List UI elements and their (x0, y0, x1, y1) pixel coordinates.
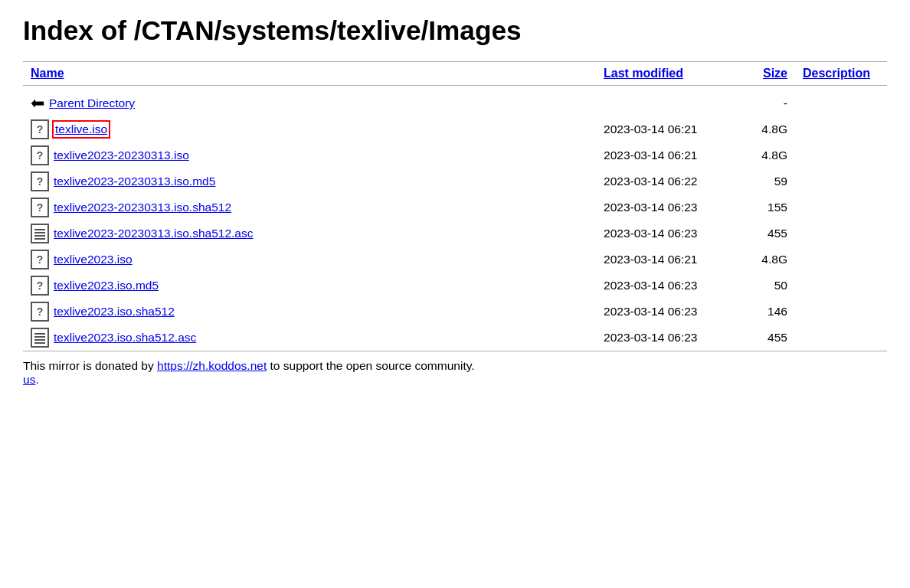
description-cell (795, 168, 887, 194)
table-row: ?texlive.iso2023-03-14 06:214.8G (23, 116, 887, 142)
back-icon: ⬅ (31, 93, 44, 113)
size-cell: 4.8G (749, 142, 795, 168)
name-cell: ?texlive2023-20230313.iso (23, 142, 596, 168)
footer-link2[interactable]: us (23, 373, 35, 386)
size-cell: 59 (749, 168, 795, 194)
modified-cell: 2023-03-14 06:21 (596, 142, 749, 168)
col-header-modified: Last modified (596, 62, 749, 86)
file-link[interactable]: texlive2023-20230313.iso.sha512.asc (54, 227, 254, 240)
size-cell: - (749, 86, 795, 117)
unknown-file-icon: ? (31, 250, 49, 270)
modified-cell: 2023-03-14 06:21 (596, 116, 749, 142)
name-cell: ?texlive.iso (23, 116, 596, 142)
file-link[interactable]: texlive2023.iso.md5 (54, 279, 159, 292)
col-header-description-link[interactable]: Description (803, 67, 870, 80)
description-cell (795, 194, 887, 220)
col-header-name-link[interactable]: Name (31, 67, 64, 80)
table-row: ?texlive2023.iso2023-03-14 06:214.8G (23, 247, 887, 273)
name-cell: texlive2023-20230313.iso.sha512.asc (23, 220, 596, 247)
table-row: ?texlive2023.iso.sha5122023-03-14 06:231… (23, 299, 887, 325)
description-cell (795, 142, 887, 168)
file-link[interactable]: texlive2023-20230313.iso (54, 149, 189, 162)
file-link[interactable]: texlive2023.iso.sha512.asc (54, 331, 196, 345)
table-header: Name Last modified Size Description (23, 62, 887, 86)
table-row: ?texlive2023-20230313.iso.md52023-03-14 … (23, 168, 887, 194)
col-header-description: Description (795, 62, 887, 86)
description-cell (795, 116, 887, 142)
unknown-file-icon: ? (31, 276, 49, 296)
table-row: ?texlive2023.iso.md52023-03-14 06:2350 (23, 273, 887, 299)
description-cell (795, 86, 887, 117)
size-cell: 4.8G (749, 247, 795, 273)
name-cell: ?texlive2023.iso.md5 (23, 273, 596, 299)
footer-text-after: to support the open source community. (267, 359, 474, 372)
modified-cell: 2023-03-14 06:23 (596, 273, 749, 299)
file-listing-table: Name Last modified Size Description ⬅Par… (23, 61, 887, 387)
modified-cell (596, 86, 749, 117)
text-file-icon (31, 328, 49, 348)
table-row: ⬅Parent Directory- (23, 86, 887, 117)
name-cell: ?texlive2023.iso.sha512 (23, 299, 596, 325)
col-header-size: Size (749, 62, 795, 86)
name-cell: ?texlive2023-20230313.iso.md5 (23, 168, 596, 194)
size-cell: 455 (749, 220, 795, 247)
modified-cell: 2023-03-14 06:23 (596, 299, 749, 325)
col-header-size-link[interactable]: Size (763, 67, 787, 80)
modified-cell: 2023-03-14 06:21 (596, 247, 749, 273)
table-body: ⬅Parent Directory-?texlive.iso2023-03-14… (23, 86, 887, 351)
footer-link[interactable]: https://zh.koddos.net (157, 359, 267, 372)
unknown-file-icon: ? (31, 198, 49, 217)
description-cell (795, 325, 887, 351)
name-cell: texlive2023.iso.sha512.asc (23, 325, 596, 351)
unknown-file-icon: ? (31, 302, 49, 322)
footer-period: . (35, 373, 38, 386)
name-cell: ?texlive2023-20230313.iso.sha512 (23, 194, 596, 220)
modified-cell: 2023-03-14 06:22 (596, 168, 749, 194)
size-cell: 455 (749, 325, 795, 351)
file-link[interactable]: texlive2023-20230313.iso.md5 (54, 175, 215, 188)
unknown-file-icon: ? (31, 145, 49, 165)
table-footer: This mirror is donated by https://zh.kod… (23, 351, 887, 387)
table-row: texlive2023.iso.sha512.asc2023-03-14 06:… (23, 325, 887, 351)
file-link[interactable]: texlive2023.iso.sha512 (54, 305, 175, 318)
file-link[interactable]: Parent Directory (49, 96, 135, 110)
footer-text-before: This mirror is donated by (23, 359, 157, 372)
description-cell (795, 273, 887, 299)
col-header-name: Name (23, 62, 596, 86)
table-row: texlive2023-20230313.iso.sha512.asc2023-… (23, 220, 887, 247)
col-header-modified-link[interactable]: Last modified (604, 67, 683, 80)
unknown-file-icon: ? (31, 172, 49, 191)
page-title: Index of /CTAN/systems/texlive/Images (23, 15, 887, 46)
size-cell: 155 (749, 194, 795, 220)
size-cell: 146 (749, 299, 795, 325)
unknown-file-icon: ? (31, 119, 49, 139)
file-link[interactable]: texlive2023-20230313.iso.sha512 (54, 201, 231, 214)
file-link[interactable]: texlive2023.iso (54, 253, 133, 266)
text-file-icon (31, 224, 49, 243)
file-link[interactable]: texlive.iso (54, 122, 109, 137)
description-cell (795, 220, 887, 247)
size-cell: 4.8G (749, 116, 795, 142)
modified-cell: 2023-03-14 06:23 (596, 325, 749, 351)
name-cell: ?texlive2023.iso (23, 247, 596, 273)
name-cell: ⬅Parent Directory (23, 86, 596, 116)
table-row: ?texlive2023-20230313.iso.sha5122023-03-… (23, 194, 887, 220)
footer-cell: This mirror is donated by https://zh.kod… (23, 351, 887, 387)
modified-cell: 2023-03-14 06:23 (596, 194, 749, 220)
description-cell (795, 247, 887, 273)
description-cell (795, 299, 887, 325)
table-row: ?texlive2023-20230313.iso2023-03-14 06:2… (23, 142, 887, 168)
size-cell: 50 (749, 273, 795, 299)
modified-cell: 2023-03-14 06:23 (596, 220, 749, 247)
